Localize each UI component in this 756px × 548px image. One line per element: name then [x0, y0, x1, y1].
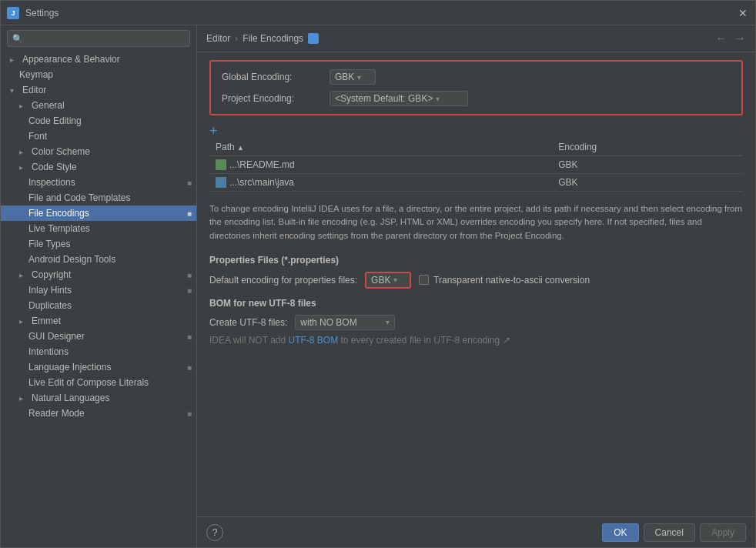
- chevron-down-icon: [10, 86, 19, 95]
- sidebar-item-label: Language Injections: [28, 362, 111, 373]
- chevron-right-icon: [19, 271, 28, 279]
- encoding-column-header[interactable]: Encoding: [552, 139, 743, 156]
- sidebar-item-gui-designer[interactable]: GUI Designer ■: [1, 329, 196, 344]
- sidebar-item-inlay-hints[interactable]: Inlay Hints ■: [1, 282, 196, 298]
- transparent-label: Transparent native-to-ascii conversion: [433, 275, 590, 286]
- sidebar-item-font[interactable]: Font: [1, 129, 196, 144]
- project-encoding-value: <System Default: GBK>: [335, 93, 433, 104]
- help-button[interactable]: ?: [206, 524, 223, 541]
- sidebar-item-file-encodings[interactable]: File Encodings ■: [1, 206, 196, 221]
- chevron-right-icon: [19, 163, 28, 172]
- indicator-icon: ■: [187, 332, 192, 341]
- indicator-icon: ■: [187, 286, 192, 295]
- chevron-right-icon: [19, 102, 28, 110]
- project-encoding-dropdown[interactable]: <System Default: GBK> ▾: [329, 91, 468, 106]
- sidebar-item-emmet[interactable]: Emmet: [1, 313, 196, 329]
- file-encoding-table: Path Encoding: [209, 139, 743, 192]
- sidebar-item-general[interactable]: General: [1, 98, 196, 113]
- panel-content: Global Encoding: GBK ▾ Project Encoding:…: [197, 52, 755, 516]
- panel-icon: [308, 33, 319, 44]
- sidebar-item-natural-languages[interactable]: Natural Languages: [1, 390, 196, 406]
- breadcrumb-editor: Editor: [206, 33, 230, 44]
- nav-arrows: ← →: [715, 32, 746, 45]
- path-column-header[interactable]: Path: [209, 139, 552, 156]
- sidebar-item-reader-mode[interactable]: Reader Mode ■: [1, 406, 196, 421]
- global-encoding-value: GBK: [335, 72, 354, 82]
- apply-button[interactable]: Apply: [700, 523, 746, 542]
- sidebar-item-file-types[interactable]: File Types: [1, 236, 196, 252]
- idea-note: IDEA will NOT add UTF-8 BOM to every cre…: [209, 335, 743, 346]
- sidebar-item-label: Code Editing: [28, 115, 82, 126]
- sidebar-item-language-injections[interactable]: Language Injections ■: [1, 359, 196, 375]
- table-row[interactable]: ...\src\main\java GBK: [209, 174, 743, 192]
- table-row[interactable]: ...\README.md GBK: [209, 156, 743, 174]
- dropdown-arrow-icon: ▾: [436, 95, 440, 103]
- indicator-icon: ■: [187, 179, 192, 187]
- sidebar-item-appearance[interactable]: Appearance & Behavior: [1, 52, 196, 67]
- back-button[interactable]: ←: [715, 32, 728, 45]
- sidebar-item-intentions[interactable]: Intentions: [1, 344, 196, 359]
- sidebar-item-label: Duplicates: [28, 300, 72, 311]
- sidebar-item-label: Code Style: [32, 162, 77, 172]
- ok-button[interactable]: OK: [602, 523, 638, 542]
- sidebar-item-file-code-templates[interactable]: File and Code Templates: [1, 190, 196, 206]
- sidebar-item-code-style[interactable]: Code Style: [1, 159, 196, 175]
- file-path-cell: ...\README.md: [216, 159, 546, 170]
- breadcrumb-separator: ›: [235, 33, 238, 44]
- close-button[interactable]: ✕: [737, 7, 749, 19]
- sidebar-item-editor[interactable]: Editor: [1, 82, 196, 98]
- properties-encoding-row: Default encoding for properties files: G…: [209, 272, 743, 289]
- file-path: ...\README.md: [229, 159, 295, 170]
- settings-window: J Settings ✕ 🔍 Appearance & Behavior Key…: [0, 0, 756, 548]
- add-path-button[interactable]: +: [209, 123, 222, 135]
- sidebar-item-code-editing[interactable]: Code Editing: [1, 113, 196, 129]
- chevron-right-icon: [19, 148, 28, 156]
- sidebar-item-label: Inspections: [28, 177, 75, 188]
- dropdown-arrow-icon: ▾: [393, 276, 397, 284]
- create-utf8-label: Create UTF-8 files:: [209, 317, 287, 328]
- window-title: Settings: [25, 8, 737, 18]
- sidebar-item-label: Intentions: [28, 346, 69, 357]
- global-encoding-dropdown[interactable]: GBK ▾: [329, 69, 376, 85]
- sidebar-item-label: Inlay Hints: [28, 285, 72, 296]
- global-encoding-label: Global Encoding:: [222, 72, 322, 82]
- sidebar-item-duplicates[interactable]: Duplicates: [1, 298, 196, 313]
- main-panel: Editor › File Encodings ← → Global Encod…: [197, 25, 755, 547]
- utf8-bom-link[interactable]: UTF-8 BOM: [288, 335, 338, 346]
- properties-encoding-dropdown[interactable]: GBK ▾: [365, 272, 411, 289]
- sidebar-item-label: Android Design Tools: [28, 254, 115, 265]
- project-encoding-row: Project Encoding: <System Default: GBK> …: [222, 91, 731, 106]
- file-path: ...\src\main\java: [229, 177, 294, 188]
- sidebar-item-android-design[interactable]: Android Design Tools: [1, 252, 196, 267]
- dropdown-arrow-icon: ▾: [386, 318, 390, 326]
- active-indicator-icon: ■: [187, 209, 192, 218]
- sidebar-item-label: Keymap: [19, 69, 53, 80]
- search-input[interactable]: [26, 33, 185, 44]
- chevron-right-icon: [19, 317, 28, 326]
- sidebar-item-live-templates[interactable]: Live Templates: [1, 221, 196, 236]
- cancel-button[interactable]: Cancel: [644, 523, 695, 542]
- bom-section-label: BOM for new UTF-8 files: [209, 298, 743, 309]
- transparent-checkbox[interactable]: [419, 275, 429, 285]
- sidebar-item-inspections[interactable]: Inspections ■: [1, 175, 196, 190]
- description-text: To change encoding IntelliJ IDEA uses fo…: [209, 199, 743, 246]
- bom-select-dropdown[interactable]: with NO BOM ▾: [295, 315, 395, 330]
- sidebar-item-label: File Types: [28, 239, 70, 249]
- bom-value: with NO BOM: [300, 317, 356, 328]
- sidebar-item-color-scheme[interactable]: Color Scheme: [1, 144, 196, 159]
- properties-encoding-value: GBK: [371, 275, 390, 286]
- sidebar-item-keymap[interactable]: Keymap: [1, 67, 196, 82]
- app-icon: J: [7, 7, 19, 19]
- forward-button[interactable]: →: [734, 32, 746, 45]
- sidebar-item-label: Emmet: [32, 316, 61, 326]
- search-box[interactable]: 🔍: [7, 30, 190, 47]
- file-path-cell: ...\src\main\java: [216, 177, 546, 188]
- search-icon: 🔍: [12, 34, 23, 44]
- sidebar-item-label: Copyright: [32, 269, 71, 280]
- sidebar-item-live-edit[interactable]: Live Edit of Compose Literals: [1, 375, 196, 390]
- panel-header: Editor › File Encodings ← →: [197, 25, 755, 52]
- file-md-icon: [216, 159, 226, 170]
- sidebar-item-label: Editor: [22, 85, 46, 95]
- window-controls: ✕: [737, 7, 749, 19]
- sidebar-item-copyright[interactable]: Copyright ■: [1, 267, 196, 282]
